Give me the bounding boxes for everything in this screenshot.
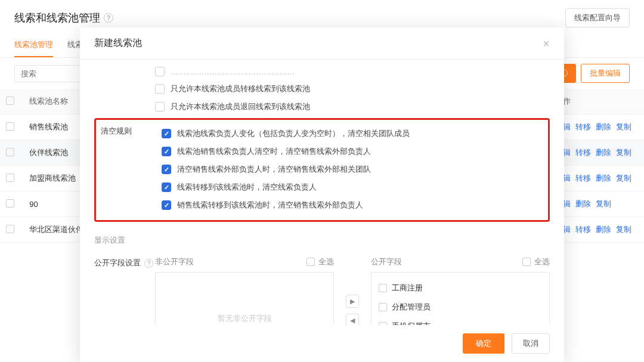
clear-rules-label: 清空规则 xyxy=(101,125,162,137)
field-checkbox[interactable] xyxy=(379,322,387,325)
private-all-label: 全选 xyxy=(318,256,334,267)
clear-rule-checkbox[interactable] xyxy=(162,147,171,156)
display-section-header: 显示设置 xyxy=(94,229,550,254)
close-icon[interactable]: × xyxy=(543,38,550,49)
clear-rule-checkbox[interactable] xyxy=(162,129,171,138)
help-icon[interactable]: ? xyxy=(144,259,153,268)
clear-rule-checkbox[interactable] xyxy=(162,165,171,174)
rule-label: ………………………………………… xyxy=(171,67,295,76)
field-label: 工商注册 xyxy=(392,283,423,293)
public-all-label: 全选 xyxy=(534,256,550,267)
clear-rule-label: 线索池销售线索负责人清空时，清空销售线索外部负责人 xyxy=(177,146,371,157)
rule-checkbox[interactable] xyxy=(155,67,165,76)
field-checkbox[interactable] xyxy=(379,303,387,311)
public-fields-panel: 公开字段 全选 工商注册分配管理员手机归属市转换时间 xyxy=(371,256,550,325)
modal-title: 新建线索池 xyxy=(94,37,142,49)
field-checkbox[interactable] xyxy=(379,284,387,292)
rule-label: 只允许本线索池成员退回线索到该线索池 xyxy=(171,101,310,112)
clear-rule-label: 线索池线索负责人变化（包括负责人变为空时），清空相关团队成员 xyxy=(177,128,410,139)
rule-label: 只允许本线索池成员转移线索到该线索池 xyxy=(171,83,310,94)
field-label: 分配管理员 xyxy=(392,302,431,313)
private-fields-panel: 非公开字段 全选 暂无非公开字段 xyxy=(155,256,334,325)
rule-checkbox[interactable] xyxy=(155,102,165,112)
private-empty-placeholder: 暂无非公开字段 xyxy=(163,279,326,325)
public-select-all[interactable] xyxy=(522,258,531,266)
clear-rule-checkbox[interactable] xyxy=(162,182,171,192)
clear-rule-label: 线索转移到该线索池时，清空线索负责人 xyxy=(177,182,317,193)
rule-checkbox[interactable] xyxy=(155,84,165,94)
field-setting-label: 公开字段设置 xyxy=(94,258,141,268)
public-title: 公开字段 xyxy=(371,256,402,267)
clear-rule-label: 清空销售线索外部负责人时，清空销售线索外部相关团队 xyxy=(177,164,371,175)
move-right-button[interactable]: ▶ xyxy=(346,295,359,308)
cancel-button[interactable]: 取消 xyxy=(512,333,550,354)
private-select-all[interactable] xyxy=(306,258,315,266)
move-left-button[interactable]: ◀ xyxy=(346,314,359,325)
clear-rule-label: 销售线索转移到该线索池时，清空销售线索外部负责人 xyxy=(177,200,363,211)
new-pool-modal: 新建线索池 × …………………………………………只允许本线索池成员转移线索到该线… xyxy=(80,27,564,362)
clear-rules-callout: 清空规则 线索池线索负责人变化（包括负责人变为空时），清空相关团队成员线索池销售… xyxy=(94,118,550,222)
ok-button[interactable]: 确定 xyxy=(463,333,504,354)
private-title: 非公开字段 xyxy=(155,256,194,267)
clear-rule-checkbox[interactable] xyxy=(162,200,171,210)
field-label: 手机归属市 xyxy=(392,321,431,325)
